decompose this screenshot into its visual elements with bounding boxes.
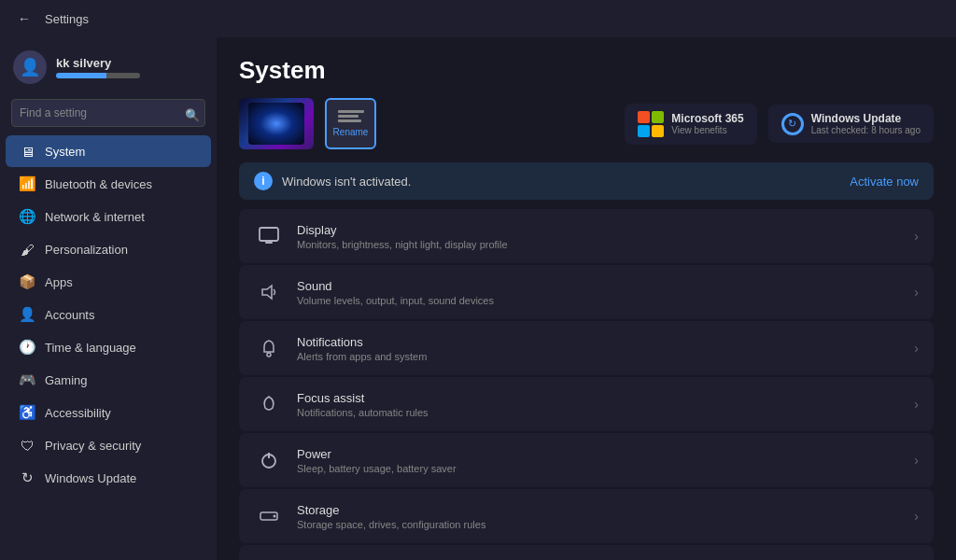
activation-text: Windows isn't activated. [282, 175, 840, 189]
update-nav-icon: ↻ [19, 469, 35, 486]
focus-icon [254, 389, 284, 419]
update-title: Windows Update [811, 112, 921, 125]
back-button[interactable]: ← [11, 6, 37, 32]
sidebar-item-label-time: Time & language [45, 341, 136, 355]
power-subtitle: Sleep, battery usage, battery saver [297, 463, 901, 474]
activation-banner: i Windows isn't activated. Activate now [239, 162, 934, 200]
sidebar-item-apps[interactable]: 📦Apps [6, 266, 211, 298]
update-icon: ↻ [781, 113, 804, 135]
sidebar-item-time[interactable]: 🕐Time & language [6, 331, 211, 363]
sidebar-item-label-system: System [45, 145, 85, 159]
sidebar-item-gaming[interactable]: 🎮Gaming [6, 364, 211, 396]
sound-subtitle: Volume levels, output, input, sound devi… [297, 295, 901, 306]
settings-item-storage[interactable]: StorageStorage space, drives, configurat… [239, 489, 934, 543]
system-nav-icon: 🖥 [19, 143, 35, 160]
sidebar-item-system[interactable]: 🖥System [6, 135, 211, 167]
svg-rect-0 [260, 228, 278, 241]
bluetooth-nav-icon: 📶 [19, 175, 35, 192]
update-widget[interactable]: ↻ Windows Update Last checked: 8 hours a… [768, 105, 934, 143]
widgets-row: Rename Microsoft 365 View benefits ↻ [239, 98, 934, 149]
svg-point-8 [274, 515, 276, 518]
power-text: PowerSleep, battery usage, battery saver [297, 447, 901, 474]
display-title: Display [297, 223, 901, 237]
time-nav-icon: 🕐 [19, 339, 35, 356]
sidebar-item-label-bluetooth: Bluetooth & devices [45, 177, 152, 191]
settings-item-focus[interactable]: Focus assistNotifications, automatic rul… [239, 377, 934, 431]
ms365-widget[interactable]: Microsoft 365 View benefits [625, 104, 756, 145]
settings-item-display[interactable]: DisplayMonitors, brightness, night light… [239, 209, 934, 263]
activate-now-button[interactable]: Activate now [850, 175, 919, 189]
titlebar: ← Settings [0, 0, 956, 37]
rename-bar [338, 119, 361, 122]
focus-subtitle: Notifications, automatic rules [297, 407, 901, 418]
privacy-nav-icon: 🛡 [19, 437, 35, 454]
sidebar-item-personalization[interactable]: 🖌Personalization [6, 233, 211, 265]
storage-chevron-icon: › [914, 509, 919, 524]
device-thumbnail [239, 98, 314, 149]
display-icon [254, 221, 284, 251]
ms365-title: Microsoft 365 [671, 112, 743, 125]
sidebar: 👤 kk silvery 🔍 🖥System📶Bluetooth & devic… [0, 37, 217, 560]
main-layout: 👤 kk silvery 🔍 🖥System📶Bluetooth & devic… [0, 37, 956, 560]
focus-title: Focus assist [297, 391, 901, 405]
settings-item-notifications[interactable]: NotificationsAlerts from apps and system… [239, 321, 934, 375]
ms365-subtitle: View benefits [671, 125, 743, 135]
sidebar-item-label-personalization: Personalization [45, 243, 128, 257]
ms365-sq-blue [638, 125, 650, 137]
ms365-icon [638, 111, 664, 137]
avatar: 👤 [13, 50, 47, 84]
notifications-title: Notifications [297, 335, 901, 349]
apps-nav-icon: 📦 [19, 273, 35, 290]
nav-list: 🖥System📶Bluetooth & devices🌐Network & in… [0, 134, 217, 495]
sound-title: Sound [297, 279, 901, 293]
sidebar-item-label-update: Windows Update [45, 471, 136, 485]
rename-bar [338, 110, 364, 113]
sound-chevron-icon: › [914, 285, 919, 300]
rename-bars [338, 110, 364, 122]
sidebar-item-network[interactable]: 🌐Network & internet [6, 201, 211, 232]
network-nav-icon: 🌐 [19, 208, 35, 225]
sidebar-item-update[interactable]: ↻Windows Update [6, 462, 211, 494]
user-info: kk silvery [56, 56, 140, 78]
accessibility-nav-icon: ♿ [19, 404, 35, 421]
user-level-bar [56, 73, 140, 78]
power-title: Power [297, 447, 901, 461]
titlebar-title: Settings [45, 12, 89, 26]
device-thumb-inner [248, 103, 304, 145]
settings-item-multitasking[interactable]: MultitaskingSnap windows, desktops, task… [239, 545, 934, 560]
ms365-sq-green [652, 111, 664, 123]
settings-item-sound[interactable]: SoundVolume levels, output, input, sound… [239, 265, 934, 319]
focus-chevron-icon: › [914, 397, 919, 412]
sidebar-item-label-network: Network & internet [45, 210, 145, 224]
user-profile: 👤 kk silvery [0, 37, 217, 95]
sidebar-item-privacy[interactable]: 🛡Privacy & security [6, 429, 211, 461]
notifications-icon [254, 333, 284, 363]
sound-text: SoundVolume levels, output, input, sound… [297, 279, 901, 306]
user-name: kk silvery [56, 56, 140, 70]
sidebar-item-accessibility[interactable]: ♿Accessibility [6, 397, 211, 428]
rename-thumbnail[interactable]: Rename [325, 98, 376, 149]
search-input[interactable] [11, 99, 205, 127]
svg-rect-2 [267, 241, 271, 243]
search-container: 🔍 [0, 95, 217, 134]
settings-list: DisplayMonitors, brightness, night light… [239, 209, 934, 560]
notifications-subtitle: Alerts from apps and system [297, 351, 901, 362]
rename-bar [338, 115, 358, 118]
sidebar-item-bluetooth[interactable]: 📶Bluetooth & devices [6, 168, 211, 200]
display-text: DisplayMonitors, brightness, night light… [297, 223, 901, 250]
personalization-nav-icon: 🖌 [19, 241, 35, 258]
notifications-chevron-icon: › [914, 341, 919, 356]
ms365-sq-red [638, 111, 650, 123]
svg-marker-3 [262, 286, 272, 299]
page-title: System [239, 56, 934, 85]
sidebar-item-label-accounts: Accounts [45, 308, 94, 322]
gaming-nav-icon: 🎮 [19, 371, 35, 388]
sound-icon [254, 277, 284, 307]
svg-point-4 [267, 353, 271, 357]
display-subtitle: Monitors, brightness, night light, displ… [297, 239, 901, 250]
update-info: Windows Update Last checked: 8 hours ago [811, 112, 921, 135]
settings-item-power[interactable]: PowerSleep, battery usage, battery saver… [239, 433, 934, 487]
ms365-info: Microsoft 365 View benefits [671, 112, 743, 135]
sidebar-item-accounts[interactable]: 👤Accounts [6, 299, 211, 330]
storage-title: Storage [297, 503, 901, 517]
